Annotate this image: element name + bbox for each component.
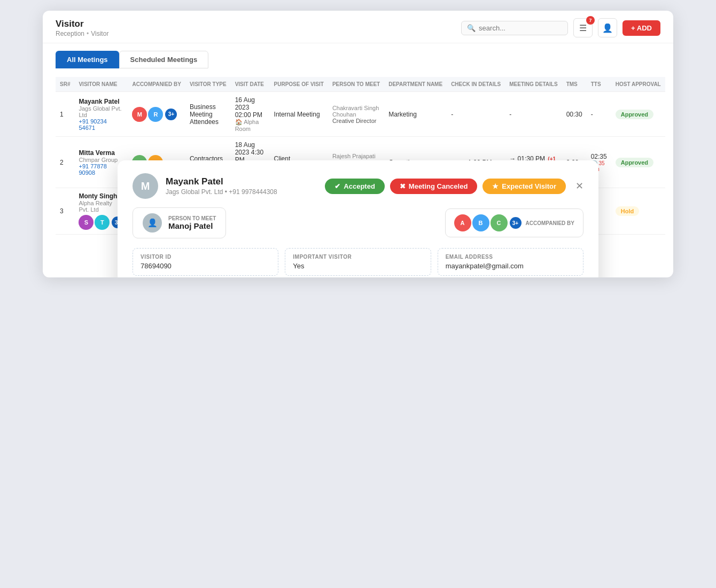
detail-visitor-id: VISITOR ID 78694090: [133, 248, 278, 276]
menu-icon: ☰: [579, 23, 587, 33]
notification-badge: 7: [586, 16, 595, 25]
visitor-detail-modal: M Mayank Patel Jags Global Pvt. Ltd • +9…: [118, 160, 598, 277]
app-title: Visitor: [56, 19, 108, 29]
accompanied-avatars: A B C 3+: [454, 214, 522, 231]
menu-icon-btn[interactable]: ☰ 7: [573, 18, 593, 37]
add-button[interactable]: + ADD: [622, 20, 660, 36]
modal-visitor-sub: Jags Global Pvt. Ltd • +91 9978444308: [166, 188, 277, 196]
top-bar-right: 🔍 ☰ 7 👤 + ADD: [461, 18, 660, 37]
cancel-icon: ✖: [400, 182, 406, 190]
star-icon: ★: [492, 182, 499, 190]
detail-email: EMAIL ADDRESS mayankpatel@gmail.com: [438, 248, 583, 276]
col-approval: HOST APPROVAL: [611, 77, 665, 92]
check-icon: ✔: [334, 182, 340, 190]
col-purpose: PURPOSE OF VISIT: [270, 77, 328, 92]
breadcrumb: Reception • Visitor: [56, 30, 108, 37]
col-person-to-meet: PERSON TO MEET: [328, 77, 384, 92]
search-input[interactable]: [479, 24, 559, 32]
avatar-group: M R 3+: [132, 107, 181, 122]
avatar: B: [472, 214, 489, 231]
detail-grid: VISITOR ID 78694090 IMPORTANT VISITOR Ye…: [133, 248, 583, 277]
modal-close-button[interactable]: ✕: [575, 180, 583, 192]
col-department: DEPARTMENT NAME: [384, 77, 447, 92]
col-visit-date: VISIT DATE: [231, 77, 270, 92]
col-accompanied-by: ACCOMPANIED BY: [128, 77, 185, 92]
detail-important-visitor: IMPORTANT VISITOR Yes: [285, 248, 431, 276]
table-row[interactable]: 1 Mayank Patel Jags Global Pvt. Ltd +91 …: [56, 92, 665, 137]
col-sr: SR#: [56, 77, 74, 92]
accompanied-box: A B C 3+ ACCOMPANIED BY: [445, 208, 583, 237]
modal-actions: ✔ Accepted ✖ Meeting Canceled ★ Expected…: [325, 179, 583, 194]
col-check-in: CHECK IN DETAILS: [447, 77, 505, 92]
avatar: A: [454, 214, 471, 231]
search-icon: 🔍: [467, 24, 476, 32]
meet-row: 👤 PERSON TO MEET Manoj Patel A B C 3+ AC…: [133, 207, 583, 238]
app-window: Visitor Reception • Visitor 🔍 ☰ 7 👤 + AD…: [43, 11, 673, 277]
col-tms: TMS: [562, 77, 587, 92]
modal-header: M Mayank Patel Jags Global Pvt. Ltd • +9…: [133, 173, 583, 199]
accepted-button[interactable]: ✔ Accepted: [325, 179, 385, 194]
col-tts: TTS: [587, 77, 611, 92]
expected-visitor-button[interactable]: ★ Expected Visitor: [482, 179, 566, 194]
tabs-bar: All Meetings Scheduled Meetings: [43, 43, 673, 68]
status-badge: Approved: [616, 110, 653, 119]
meeting-canceled-button[interactable]: ✖ Meeting Canceled: [390, 179, 478, 194]
col-meeting-details: MEETING DETAILS: [505, 77, 562, 92]
top-bar-left: Visitor Reception • Visitor: [56, 19, 108, 37]
modal-visitor-avatar: M: [133, 173, 158, 199]
plus-badge: 3+: [165, 109, 177, 120]
modal-overlay: M Mayank Patel Jags Global Pvt. Ltd • +9…: [43, 160, 673, 277]
avatar: R: [148, 107, 163, 122]
user-icon-btn[interactable]: 👤: [598, 18, 617, 37]
modal-visitor-name: Mayank Patel: [166, 176, 277, 187]
tab-scheduled-meetings[interactable]: Scheduled Meetings: [119, 51, 209, 68]
col-visitor-name: VISITOR NAME: [74, 77, 128, 92]
person-to-meet-box: 👤 PERSON TO MEET Manoj Patel: [133, 207, 226, 238]
modal-header-left: M Mayank Patel Jags Global Pvt. Ltd • +9…: [133, 173, 277, 199]
tab-all-meetings[interactable]: All Meetings: [56, 51, 119, 68]
col-visitor-type: VISITOR TYPE: [185, 77, 231, 92]
ptm-avatar: 👤: [143, 213, 162, 233]
ptm-info: PERSON TO MEET Manoj Patel: [168, 215, 216, 230]
modal-visitor-info: Mayank Patel Jags Global Pvt. Ltd • +91 …: [166, 176, 277, 196]
top-bar: Visitor Reception • Visitor 🔍 ☰ 7 👤 + AD…: [43, 11, 673, 43]
search-box[interactable]: 🔍: [461, 21, 568, 35]
avatar: C: [491, 214, 508, 231]
user-icon: 👤: [602, 23, 613, 33]
avatar: M: [132, 107, 147, 122]
plus-badge: 3+: [510, 217, 522, 229]
